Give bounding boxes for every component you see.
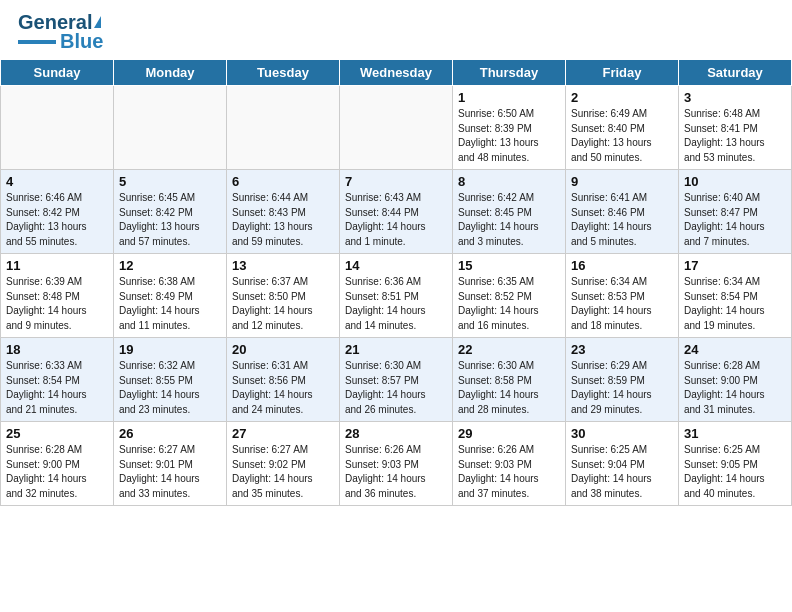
day-info: Sunrise: 6:34 AM Sunset: 8:53 PM Dayligh… xyxy=(571,276,652,331)
week-row-5: 25Sunrise: 6:28 AM Sunset: 9:00 PM Dayli… xyxy=(1,422,792,506)
day-cell: 7Sunrise: 6:43 AM Sunset: 8:44 PM Daylig… xyxy=(340,170,453,254)
day-info: Sunrise: 6:30 AM Sunset: 8:57 PM Dayligh… xyxy=(345,360,426,415)
day-cell: 1Sunrise: 6:50 AM Sunset: 8:39 PM Daylig… xyxy=(453,86,566,170)
day-number: 18 xyxy=(6,342,108,357)
day-info: Sunrise: 6:25 AM Sunset: 9:04 PM Dayligh… xyxy=(571,444,652,499)
day-cell: 24Sunrise: 6:28 AM Sunset: 9:00 PM Dayli… xyxy=(679,338,792,422)
day-cell xyxy=(114,86,227,170)
day-info: Sunrise: 6:26 AM Sunset: 9:03 PM Dayligh… xyxy=(345,444,426,499)
day-cell: 28Sunrise: 6:26 AM Sunset: 9:03 PM Dayli… xyxy=(340,422,453,506)
day-info: Sunrise: 6:26 AM Sunset: 9:03 PM Dayligh… xyxy=(458,444,539,499)
day-info: Sunrise: 6:29 AM Sunset: 8:59 PM Dayligh… xyxy=(571,360,652,415)
day-info: Sunrise: 6:50 AM Sunset: 8:39 PM Dayligh… xyxy=(458,108,539,163)
day-number: 5 xyxy=(119,174,221,189)
calendar-header: SundayMondayTuesdayWednesdayThursdayFrid… xyxy=(1,60,792,86)
day-number: 3 xyxy=(684,90,786,105)
day-info: Sunrise: 6:27 AM Sunset: 9:01 PM Dayligh… xyxy=(119,444,200,499)
day-cell: 6Sunrise: 6:44 AM Sunset: 8:43 PM Daylig… xyxy=(227,170,340,254)
week-row-3: 11Sunrise: 6:39 AM Sunset: 8:48 PM Dayli… xyxy=(1,254,792,338)
day-cell: 10Sunrise: 6:40 AM Sunset: 8:47 PM Dayli… xyxy=(679,170,792,254)
day-info: Sunrise: 6:45 AM Sunset: 8:42 PM Dayligh… xyxy=(119,192,200,247)
day-info: Sunrise: 6:28 AM Sunset: 9:00 PM Dayligh… xyxy=(6,444,87,499)
day-number: 15 xyxy=(458,258,560,273)
logo-blue-text: Blue xyxy=(60,30,103,53)
day-cell: 4Sunrise: 6:46 AM Sunset: 8:42 PM Daylig… xyxy=(1,170,114,254)
day-number: 6 xyxy=(232,174,334,189)
day-info: Sunrise: 6:38 AM Sunset: 8:49 PM Dayligh… xyxy=(119,276,200,331)
day-number: 23 xyxy=(571,342,673,357)
day-header-tuesday: Tuesday xyxy=(227,60,340,86)
page-header: General Blue xyxy=(0,0,792,59)
day-info: Sunrise: 6:33 AM Sunset: 8:54 PM Dayligh… xyxy=(6,360,87,415)
day-number: 21 xyxy=(345,342,447,357)
day-info: Sunrise: 6:35 AM Sunset: 8:52 PM Dayligh… xyxy=(458,276,539,331)
day-cell: 14Sunrise: 6:36 AM Sunset: 8:51 PM Dayli… xyxy=(340,254,453,338)
day-cell: 2Sunrise: 6:49 AM Sunset: 8:40 PM Daylig… xyxy=(566,86,679,170)
day-header-saturday: Saturday xyxy=(679,60,792,86)
day-info: Sunrise: 6:37 AM Sunset: 8:50 PM Dayligh… xyxy=(232,276,313,331)
calendar-table: SundayMondayTuesdayWednesdayThursdayFrid… xyxy=(0,59,792,506)
week-row-1: 1Sunrise: 6:50 AM Sunset: 8:39 PM Daylig… xyxy=(1,86,792,170)
day-header-friday: Friday xyxy=(566,60,679,86)
day-number: 8 xyxy=(458,174,560,189)
day-number: 27 xyxy=(232,426,334,441)
day-info: Sunrise: 6:49 AM Sunset: 8:40 PM Dayligh… xyxy=(571,108,652,163)
day-number: 10 xyxy=(684,174,786,189)
day-cell: 30Sunrise: 6:25 AM Sunset: 9:04 PM Dayli… xyxy=(566,422,679,506)
day-cell xyxy=(227,86,340,170)
day-cell: 8Sunrise: 6:42 AM Sunset: 8:45 PM Daylig… xyxy=(453,170,566,254)
day-cell: 27Sunrise: 6:27 AM Sunset: 9:02 PM Dayli… xyxy=(227,422,340,506)
day-header-thursday: Thursday xyxy=(453,60,566,86)
day-number: 22 xyxy=(458,342,560,357)
day-number: 30 xyxy=(571,426,673,441)
day-info: Sunrise: 6:36 AM Sunset: 8:51 PM Dayligh… xyxy=(345,276,426,331)
day-number: 20 xyxy=(232,342,334,357)
day-number: 13 xyxy=(232,258,334,273)
day-number: 2 xyxy=(571,90,673,105)
day-number: 1 xyxy=(458,90,560,105)
day-number: 16 xyxy=(571,258,673,273)
day-number: 12 xyxy=(119,258,221,273)
day-header-monday: Monday xyxy=(114,60,227,86)
day-cell: 22Sunrise: 6:30 AM Sunset: 8:58 PM Dayli… xyxy=(453,338,566,422)
week-row-2: 4Sunrise: 6:46 AM Sunset: 8:42 PM Daylig… xyxy=(1,170,792,254)
logo: General Blue xyxy=(18,12,103,53)
day-header-wednesday: Wednesday xyxy=(340,60,453,86)
day-cell: 5Sunrise: 6:45 AM Sunset: 8:42 PM Daylig… xyxy=(114,170,227,254)
day-header-sunday: Sunday xyxy=(1,60,114,86)
day-cell: 25Sunrise: 6:28 AM Sunset: 9:00 PM Dayli… xyxy=(1,422,114,506)
day-info: Sunrise: 6:41 AM Sunset: 8:46 PM Dayligh… xyxy=(571,192,652,247)
day-cell: 18Sunrise: 6:33 AM Sunset: 8:54 PM Dayli… xyxy=(1,338,114,422)
day-info: Sunrise: 6:43 AM Sunset: 8:44 PM Dayligh… xyxy=(345,192,426,247)
day-info: Sunrise: 6:28 AM Sunset: 9:00 PM Dayligh… xyxy=(684,360,765,415)
day-number: 29 xyxy=(458,426,560,441)
day-cell xyxy=(340,86,453,170)
day-number: 28 xyxy=(345,426,447,441)
day-cell: 17Sunrise: 6:34 AM Sunset: 8:54 PM Dayli… xyxy=(679,254,792,338)
logo-text: General xyxy=(18,12,92,32)
week-row-4: 18Sunrise: 6:33 AM Sunset: 8:54 PM Dayli… xyxy=(1,338,792,422)
day-number: 7 xyxy=(345,174,447,189)
day-cell: 16Sunrise: 6:34 AM Sunset: 8:53 PM Dayli… xyxy=(566,254,679,338)
day-cell xyxy=(1,86,114,170)
day-info: Sunrise: 6:40 AM Sunset: 8:47 PM Dayligh… xyxy=(684,192,765,247)
calendar-body: 1Sunrise: 6:50 AM Sunset: 8:39 PM Daylig… xyxy=(1,86,792,506)
day-number: 25 xyxy=(6,426,108,441)
day-cell: 31Sunrise: 6:25 AM Sunset: 9:05 PM Dayli… xyxy=(679,422,792,506)
day-cell: 21Sunrise: 6:30 AM Sunset: 8:57 PM Dayli… xyxy=(340,338,453,422)
day-number: 31 xyxy=(684,426,786,441)
day-cell: 29Sunrise: 6:26 AM Sunset: 9:03 PM Dayli… xyxy=(453,422,566,506)
day-cell: 13Sunrise: 6:37 AM Sunset: 8:50 PM Dayli… xyxy=(227,254,340,338)
logo-bar xyxy=(18,40,56,44)
day-info: Sunrise: 6:30 AM Sunset: 8:58 PM Dayligh… xyxy=(458,360,539,415)
day-number: 9 xyxy=(571,174,673,189)
day-info: Sunrise: 6:32 AM Sunset: 8:55 PM Dayligh… xyxy=(119,360,200,415)
day-cell: 23Sunrise: 6:29 AM Sunset: 8:59 PM Dayli… xyxy=(566,338,679,422)
day-info: Sunrise: 6:34 AM Sunset: 8:54 PM Dayligh… xyxy=(684,276,765,331)
day-number: 26 xyxy=(119,426,221,441)
logo-triangle-icon xyxy=(94,16,101,28)
day-number: 11 xyxy=(6,258,108,273)
day-cell: 15Sunrise: 6:35 AM Sunset: 8:52 PM Dayli… xyxy=(453,254,566,338)
day-number: 14 xyxy=(345,258,447,273)
day-info: Sunrise: 6:31 AM Sunset: 8:56 PM Dayligh… xyxy=(232,360,313,415)
